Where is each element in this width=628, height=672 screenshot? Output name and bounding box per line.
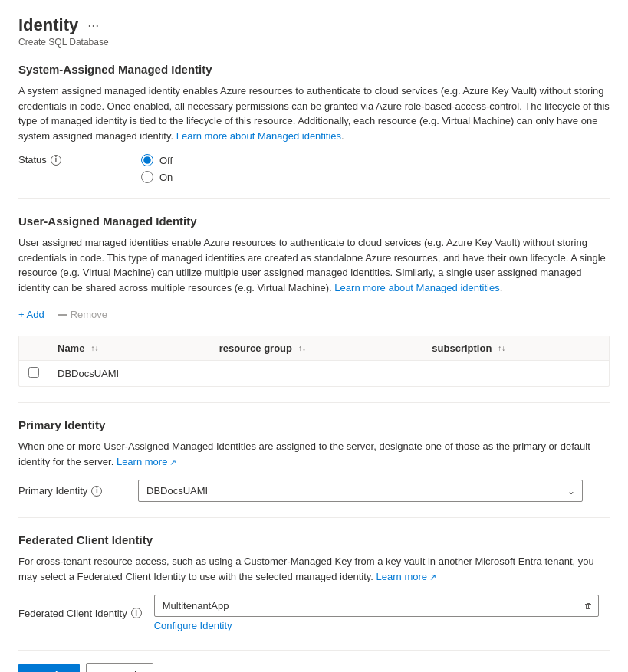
row-name-cell: DBDocsUAMI: [48, 361, 210, 387]
federated-client-input-wrapper: Configure Identity: [154, 595, 599, 631]
name-sort-icon[interactable]: [90, 344, 98, 352]
primary-identity-label: Primary Identity i: [18, 485, 126, 497]
status-info-icon: i: [51, 155, 61, 166]
page-subtitle: Create SQL Database: [18, 37, 610, 48]
delete-icon: [584, 602, 593, 611]
primary-identity-learn-more-link[interactable]: Learn more: [117, 456, 177, 467]
remove-button[interactable]: Remove: [57, 306, 107, 323]
federated-client-label: Federated Client Identity i: [18, 608, 142, 619]
system-assigned-description: A system assigned managed identity enabl…: [18, 84, 610, 143]
federated-client-info-icon: i: [131, 608, 142, 618]
name-col-header[interactable]: Name: [48, 336, 210, 361]
resource-group-col-header[interactable]: resource group: [210, 336, 423, 361]
user-assigned-description: User assigned managed identities enable …: [18, 235, 610, 295]
federated-client-section: Federated Client Identity For cross-tena…: [18, 533, 610, 631]
federated-client-delete-button[interactable]: [582, 600, 594, 612]
apply-button[interactable]: Apply: [18, 664, 80, 672]
federated-client-description: For cross-tenant resource access, such a…: [18, 554, 610, 584]
row-checkbox[interactable]: [28, 367, 39, 378]
table-row: DBDocsUAMI: [19, 361, 609, 387]
radio-on-option[interactable]: On: [141, 171, 173, 183]
row-checkbox-cell[interactable]: [19, 361, 48, 387]
resource-group-sort-icon[interactable]: [298, 344, 306, 352]
svg-rect-0: [58, 314, 67, 316]
user-assigned-section: User-Assigned Managed Identity User assi…: [18, 215, 610, 387]
user-assigned-learn-more-link[interactable]: Learn more about Managed identities: [334, 282, 499, 293]
ellipsis-button[interactable]: ···: [84, 18, 102, 34]
federated-client-learn-more-link[interactable]: Learn more: [376, 571, 437, 582]
user-assigned-table: Name resource group subscription: [19, 336, 609, 386]
primary-identity-title: Primary Identity: [18, 418, 610, 431]
divider-3: [18, 517, 610, 518]
divider-2: [18, 402, 610, 403]
status-radio-group: Off On: [141, 154, 173, 183]
checkbox-col-header: [19, 336, 48, 361]
add-button[interactable]: + Add: [18, 306, 44, 323]
primary-identity-select-wrapper: DBDocsUAMI ⌄: [138, 480, 583, 502]
radio-off-option[interactable]: Off: [141, 154, 173, 166]
subscription-sort-icon[interactable]: [498, 344, 505, 352]
radio-on-input[interactable]: [141, 171, 153, 183]
add-remove-row: + Add Remove: [18, 306, 610, 323]
cancel-button[interactable]: Cancel: [86, 663, 153, 672]
primary-identity-info-icon: i: [91, 486, 102, 497]
radio-off-input[interactable]: [141, 154, 153, 166]
divider-1: [18, 198, 610, 199]
federated-client-title: Federated Client Identity: [18, 533, 610, 546]
user-assigned-title: User-Assigned Managed Identity: [18, 215, 610, 228]
primary-identity-description: When one or more User-Assigned Managed I…: [18, 439, 610, 469]
primary-identity-form-row: Primary Identity i DBDocsUAMI ⌄: [18, 480, 610, 502]
footer-row: Apply Cancel: [18, 650, 610, 672]
status-row: Status i Off On: [18, 154, 610, 183]
radio-off-label: Off: [159, 155, 173, 166]
federated-client-input[interactable]: [154, 595, 599, 617]
configure-identity-link[interactable]: Configure Identity: [154, 620, 599, 631]
primary-identity-section: Primary Identity When one or more User-A…: [18, 418, 610, 502]
system-assigned-learn-more-link[interactable]: Learn more about Managed identities: [176, 130, 341, 142]
user-assigned-table-container: Name resource group subscription: [18, 336, 610, 387]
subscription-col-header[interactable]: subscription: [423, 336, 609, 361]
system-assigned-title: System-Assigned Managed Identity: [18, 63, 610, 76]
radio-on-label: On: [159, 172, 173, 183]
federated-client-form-row: Federated Client Identity i Configure Id…: [18, 595, 610, 631]
row-subscription-cell: [423, 361, 609, 387]
page-title: Identity: [18, 15, 78, 35]
system-assigned-section: System-Assigned Managed Identity A syste…: [18, 63, 610, 183]
row-resource-group-cell: [210, 361, 423, 387]
federated-client-text-wrapper: [154, 595, 599, 617]
remove-icon: [57, 310, 67, 320]
primary-identity-select[interactable]: DBDocsUAMI: [138, 480, 583, 502]
status-label: Status i: [18, 154, 80, 166]
